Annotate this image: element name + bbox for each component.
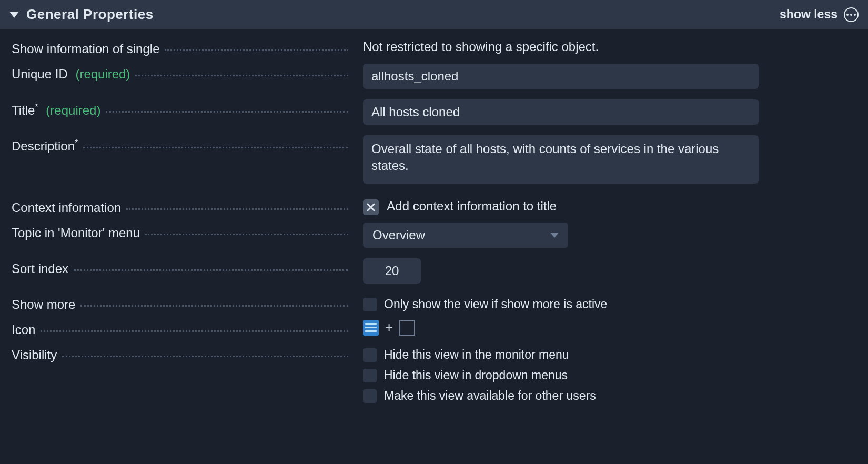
icon-plus: + (385, 319, 393, 336)
dots (165, 49, 348, 51)
description-label-text: Description (12, 139, 75, 153)
context-toggle-button[interactable] (363, 199, 379, 215)
title-label-text: Title (12, 103, 35, 117)
icon-label: Icon (12, 322, 35, 337)
context-label: Context information (12, 200, 121, 215)
vis-hide-dropdown-text: Hide this view in dropdown menus (384, 368, 568, 382)
sort-index-input[interactable] (363, 258, 421, 284)
context-toggle-wrap: Add context information to title (363, 197, 759, 214)
show-info-value: Not restricted to showing a specific obj… (363, 38, 759, 54)
more-options-icon[interactable] (844, 7, 859, 22)
show-more-checkbox[interactable] (363, 298, 377, 311)
panel-title: General Properties (26, 6, 154, 23)
title-label: Title* (required) (12, 103, 100, 118)
vis-hide-monitor-checkbox[interactable] (363, 348, 377, 362)
row-context-info: Context information Add context informat… (12, 197, 856, 223)
collapse-down-icon[interactable] (9, 12, 19, 18)
row-icon: Icon + (12, 319, 856, 345)
panel-body: Show information of single Not restricte… (0, 29, 868, 416)
dots (83, 147, 348, 148)
row-title: Title* (required) (12, 99, 856, 125)
dots (145, 234, 348, 235)
dots (135, 75, 348, 76)
topic-label: Topic in 'Monitor' menu (12, 226, 140, 240)
show-more-text: Only show the view if show more is activ… (384, 297, 607, 311)
asterisk-icon: * (75, 138, 78, 147)
show-less-link[interactable]: show less (780, 7, 837, 22)
show-more-checkbox-row: Only show the view if show more is activ… (363, 294, 759, 315)
chevron-down-icon (550, 233, 559, 238)
vis-available-others-checkbox[interactable] (363, 389, 377, 403)
panel-header: General Properties show less (0, 0, 868, 29)
row-sort-index: Sort index (12, 258, 856, 284)
vis-hide-dropdown-row: Hide this view in dropdown menus (363, 365, 759, 386)
row-show-info: Show information of single Not restricte… (12, 38, 856, 64)
required-tag: (required) (46, 103, 100, 117)
vis-hide-monitor-row: Hide this view in the monitor menu (363, 345, 759, 365)
host-list-icon[interactable] (363, 320, 379, 336)
topic-select-value: Overview (372, 228, 425, 243)
visibility-label: Visibility (12, 348, 57, 362)
context-toggle-text: Add context information to title (387, 199, 557, 213)
title-input[interactable] (363, 99, 759, 125)
close-icon (367, 203, 375, 211)
vis-hide-monitor-text: Hide this view in the monitor menu (384, 348, 569, 362)
sort-index-label: Sort index (12, 261, 68, 276)
topic-select[interactable]: Overview (363, 223, 568, 248)
row-description: Description* Overall state of all hosts,… (12, 135, 856, 187)
header-left: General Properties (9, 6, 154, 23)
icon-selector: + (363, 319, 759, 336)
vis-available-others-row: Make this view available for other users (363, 386, 759, 406)
required-tag: (required) (75, 67, 130, 81)
dots (80, 305, 348, 307)
vis-available-others-text: Make this view available for other users (384, 389, 596, 403)
dots (62, 356, 348, 357)
row-topic: Topic in 'Monitor' menu Overview (12, 223, 856, 248)
show-more-label: Show more (12, 297, 75, 312)
row-unique-id: Unique ID (required) (12, 64, 856, 89)
unique-id-input[interactable] (363, 64, 759, 89)
icon-empty-slot[interactable] (399, 320, 415, 336)
row-show-more: Show more Only show the view if show mor… (12, 294, 856, 319)
unique-id-label: Unique ID (required) (12, 67, 130, 82)
vis-hide-dropdown-checkbox[interactable] (363, 369, 377, 382)
dots (106, 111, 348, 113)
dots (74, 269, 348, 271)
description-textarea[interactable]: Overall state of all hosts, with counts … (363, 135, 759, 184)
dots (126, 208, 348, 210)
header-right: show less (780, 7, 859, 22)
dots (41, 330, 348, 332)
unique-id-label-text: Unique ID (12, 67, 68, 81)
show-info-label: Show information of single (12, 42, 159, 56)
general-properties-panel: General Properties show less Show inform… (0, 0, 868, 416)
asterisk-icon: * (35, 103, 38, 112)
row-visibility: Visibility Hide this view in the monitor… (12, 345, 856, 406)
description-label: Description* (12, 138, 78, 154)
